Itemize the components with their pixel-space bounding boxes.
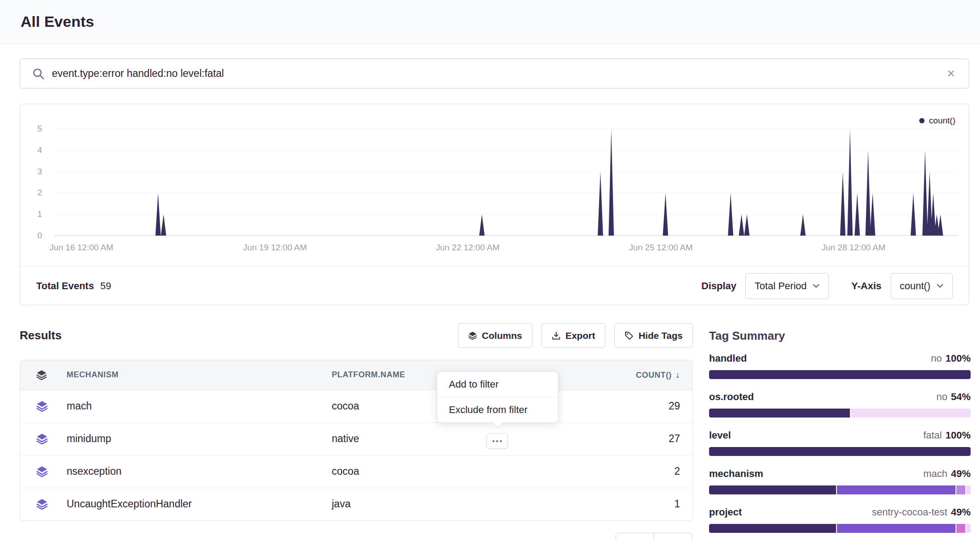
tag-bar-segment <box>709 524 836 533</box>
tag-bar-segment <box>837 524 955 533</box>
context-menu-item[interactable]: Add to filter <box>437 372 558 397</box>
tag-bar-segment <box>956 485 965 494</box>
results-heading: Results <box>20 329 62 342</box>
x-axis-labels: Jun 16 12:00 AMJun 19 12:00 AMJun 22 12:… <box>20 243 969 256</box>
yaxis-value: count() <box>900 280 930 292</box>
export-button[interactable]: Export <box>541 323 606 348</box>
pagination-prev-button[interactable]: ‹ <box>616 533 654 540</box>
cell-count: 27 <box>533 422 693 455</box>
y-axis-tick: 1 <box>22 209 42 219</box>
layers-icon <box>36 498 48 510</box>
display-period-select[interactable]: Total Period <box>745 273 829 299</box>
tag-value: no54% <box>936 391 971 403</box>
cell-mechanism: minidump <box>67 422 332 455</box>
x-axis-tick: Jun 19 12:00 AM <box>217 243 333 253</box>
hide-tags-button[interactable]: Hide Tags <box>614 323 693 348</box>
tag-bar-segment <box>966 524 971 533</box>
y-axis-tick: 4 <box>22 145 42 156</box>
tag-item: mechanism mach49% <box>709 468 971 494</box>
results-table-card: MECHANISM PLATFORM.NAME COUNT()↓ mach co… <box>20 360 693 521</box>
columns-button-label: Columns <box>482 330 522 341</box>
search-input[interactable] <box>52 68 946 80</box>
x-axis-tick: Jun 28 12:00 AM <box>795 243 912 253</box>
tag-value: no100% <box>931 352 971 365</box>
table-row[interactable]: nsexception cocoa 2 <box>20 455 693 488</box>
pagination: ‹ › <box>616 533 692 540</box>
display-label: Display <box>701 280 736 292</box>
tag-bar-segment <box>837 485 955 494</box>
tag-distribution-bar[interactable] <box>709 370 971 379</box>
table-row[interactable]: UncaughtExceptionHandler java 1 <box>20 488 693 520</box>
clear-search-button[interactable]: ✕ <box>946 68 955 79</box>
tag-bar-segment <box>956 524 965 533</box>
tag-name: project <box>709 506 742 519</box>
chart-footer: Total Events 59 Display Total Period Y-A… <box>20 266 969 305</box>
tag-distribution-bar[interactable] <box>709 447 971 456</box>
yaxis-label: Y-Axis <box>851 280 881 292</box>
tag-summary-heading: Tag Summary <box>709 329 971 343</box>
tag-bar-segment <box>851 409 971 418</box>
x-axis-tick: Jun 22 12:00 AM <box>410 243 526 253</box>
table-header-row: MECHANISM PLATFORM.NAME COUNT()↓ <box>20 360 693 390</box>
count-header-label: COUNT() <box>636 371 672 380</box>
tag-bar-segment <box>709 370 971 379</box>
tag-item: level fatal100% <box>709 429 971 456</box>
tag-item: project sentry-cocoa-test49% <box>709 506 971 533</box>
pagination-next-button[interactable]: › <box>654 533 692 540</box>
x-axis-tick: Jun 25 12:00 AM <box>603 243 719 253</box>
column-header-mechanism[interactable]: MECHANISM <box>67 360 332 390</box>
app-page: All Events ✕ count() 012345 Jun 16 12:00… <box>0 0 980 540</box>
tag-value: fatal100% <box>923 429 971 442</box>
tag-value: sentry-cocoa-test49% <box>872 506 971 519</box>
columns-button[interactable]: Columns <box>458 323 532 348</box>
y-axis-tick: 2 <box>22 187 42 198</box>
search-bar: ✕ <box>20 59 969 89</box>
export-button-label: Export <box>566 330 596 341</box>
layers-icon <box>36 370 47 380</box>
tag-bar-segment <box>966 485 971 494</box>
tag-distribution-bar[interactable] <box>709 409 971 418</box>
tag-bar-segment <box>709 447 971 456</box>
events-chart-panel: count() 012345 Jun 16 12:00 AMJun 19 12:… <box>20 104 969 305</box>
yaxis-select[interactable]: count() <box>891 273 953 299</box>
tag-name: handled <box>709 352 747 365</box>
row-actions-button[interactable]: ••• <box>486 433 508 449</box>
total-events-value: 59 <box>100 280 111 292</box>
page-title: All Events <box>21 13 94 30</box>
cell-mechanism: UncaughtExceptionHandler <box>67 488 332 520</box>
search-icon <box>33 68 44 80</box>
tag-item: handled no100% <box>709 352 971 379</box>
tag-summary: Tag Summary handled no100% os.rooted no5… <box>709 323 971 540</box>
download-icon <box>552 331 561 340</box>
tag-distribution-bar[interactable] <box>709 524 971 533</box>
tag-bar-segment <box>709 485 836 494</box>
cell-mechanism: nsexception <box>67 455 332 488</box>
total-events-label: Total Events <box>36 280 94 292</box>
app-header: All Events <box>0 0 980 44</box>
chart-plot[interactable] <box>54 104 959 238</box>
events-chart[interactable]: count() 012345 Jun 16 12:00 AMJun 19 12:… <box>20 104 969 266</box>
tag-bar-segment <box>709 409 850 418</box>
layers-icon <box>36 466 48 477</box>
sort-desc-icon: ↓ <box>675 370 680 380</box>
context-menu: Add to filterExclude from filter <box>437 371 558 423</box>
tag-item: os.rooted no54% <box>709 391 971 418</box>
y-axis-tick: 0 <box>22 230 42 241</box>
tag-name: os.rooted <box>709 391 754 403</box>
tag-distribution-bar[interactable] <box>709 485 971 494</box>
chevron-down-icon <box>813 284 819 288</box>
table-row[interactable]: mach cocoa 29 <box>20 390 693 422</box>
y-axis-tick: 5 <box>22 123 42 134</box>
cell-mechanism: mach <box>67 390 332 422</box>
cell-platform: cocoa <box>332 455 533 488</box>
tag-value: mach49% <box>923 468 971 480</box>
layers-icon <box>36 433 48 445</box>
y-axis-labels: 012345 <box>20 104 45 238</box>
chevron-down-icon <box>937 284 943 288</box>
results-table: MECHANISM PLATFORM.NAME COUNT()↓ mach co… <box>20 360 693 520</box>
layers-icon <box>468 331 477 340</box>
layers-icon <box>36 401 48 412</box>
column-header-icon[interactable] <box>20 360 67 390</box>
table-row[interactable]: minidump native 27 <box>20 422 693 455</box>
tag-icon <box>625 331 634 340</box>
